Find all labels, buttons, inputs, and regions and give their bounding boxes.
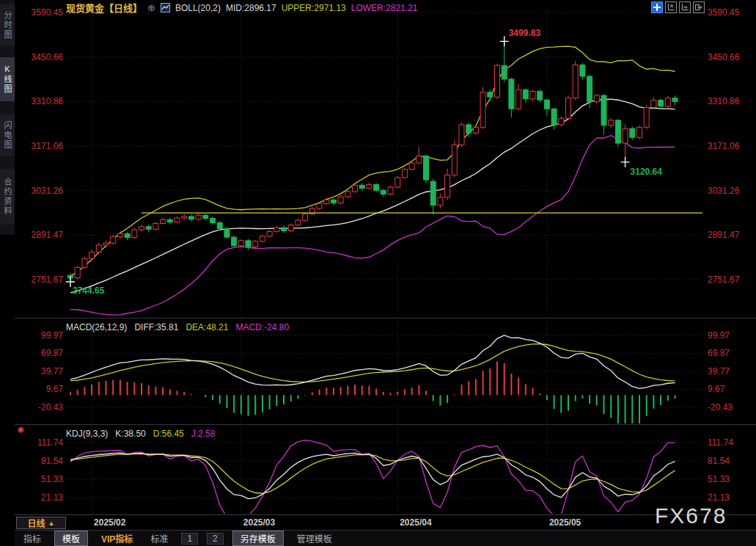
chart-style-icon[interactable] [161,3,170,12]
axis-tick-label: 51.33 [41,474,63,484]
tab-page-2[interactable]: 2 [207,533,224,545]
axis-tick-label: 111.74 [37,437,63,448]
month-label-mar: 2025/03 [243,517,275,528]
kdj-name[interactable]: KDJ(9,3,3) [66,429,108,439]
axis-tick-label: 81.54 [708,456,730,466]
bottom-toolbar: 指标 模板 VIP指标 标准 1 2 另存模板 管理模板 [15,530,756,546]
axis-tick-label: 9.67 [46,384,64,394]
alert-icon[interactable]: ✺ [17,426,24,434]
chart-tool-icons [651,1,705,13]
axis-tick-label: 3310.86 [708,96,740,106]
save-template-button[interactable]: 另存模板 [232,531,284,546]
axis-tick-label: 21.13 [708,492,730,503]
tab-vip-indicators[interactable]: VIP指标 [97,531,137,545]
boll-upper-value: UPPER:2971.13 [282,3,346,13]
sidebar-tab-timeshare[interactable]: 分时图 [0,4,15,46]
kdj-k-value: K:38.50 [115,429,145,439]
scale-x-axis-icon[interactable] [679,1,691,13]
axis-tick-label: 3171.06 [32,141,64,151]
axis-tick-label: 3031.26 [32,186,64,196]
sidebar-tab-contract-info[interactable]: 合约资料 [0,169,15,225]
period-label: 日线 [28,517,45,529]
tab-indicators[interactable]: 指标 [19,531,45,545]
macd-bar-value: MACD:-24.80 [235,322,289,332]
tab-page-1[interactable]: 1 [181,533,198,545]
expand-icon[interactable]: ⊕ [147,2,155,13]
start-low-annotation: 2744.65 [73,285,105,296]
axis-tick-label: 99.97 [708,330,730,341]
axis-tick-label: 81.54 [41,456,63,466]
boll-indicator-label: BOLL(20,2) [175,3,221,13]
crosshair-icon[interactable] [651,1,663,13]
axis-tick-label: 69.87 [41,348,63,358]
main-price-panel [68,41,678,315]
kdj-panel [70,440,675,521]
macd-name[interactable]: MACD(26,12,9) [66,322,127,332]
month-label-may: 2025/05 [549,517,581,528]
tab-standard[interactable]: 标准 [146,531,172,545]
kdj-header: KDJ(9,3,3) K:38.50 D:56.45 J:2.58 [66,429,215,439]
trough-price-annotation: 3120.64 [631,167,663,177]
boll-mid-value: MID:2896.17 [226,3,276,13]
axis-tick-label: 3450.66 [32,52,64,62]
axis-tick-label: 21.13 [41,492,63,503]
price-chart-canvas[interactable]: 3590.453590.453450.663450.663310.863310.… [0,0,756,546]
axis-tick-label: 2891.47 [32,230,64,240]
macd-panel [70,335,675,426]
axis-tick-label: 69.87 [708,348,730,358]
macd-header: MACD(26,12,9) DIFF:35.81 DEA:48.21 MACD:… [66,322,289,332]
axis-tick-label: -20.43 [38,402,63,412]
time-axis-row: 日线 ▲ 2025/02 2025/03 2025/04 2025/05 [15,514,756,530]
manage-template-button[interactable]: 管理模板 [293,531,337,545]
axis-tick-label: 111.74 [708,437,733,448]
axis-tick-label: 2891.47 [708,230,740,240]
pan-right-icon[interactable] [693,1,705,13]
month-label-apr: 2025/04 [400,517,431,528]
macd-diff-value: DIFF:35.81 [134,322,178,332]
axis-tick-label: 3590.45 [708,7,740,18]
scale-y-axis-icon[interactable] [665,1,677,13]
axis-tick-label: 3450.66 [708,52,740,62]
chart-type-sidebar: 分时图 K线图 闪电图 合约资料 [0,0,15,546]
period-selector[interactable]: 日线 ▲ [16,517,66,529]
axis-tick-label: -20.43 [708,402,733,412]
boll-lower-value: LOWER:2821.21 [351,3,418,13]
axis-tick-label: 3031.26 [708,186,740,196]
axis-tick-label: 51.33 [708,474,730,484]
peak-price-annotation: 3499.83 [509,28,541,38]
sidebar-tab-kline[interactable]: K线图 [0,57,15,101]
axis-tick-label: 2751.67 [708,274,740,285]
symbol-title[interactable]: 现货黄金【日线】 [66,1,142,15]
chart-header: 现货黄金【日线】 ⊕ BOLL(20,2) MID:2896.17 UPPER:… [66,1,417,14]
axis-tick-label: 3590.45 [32,7,64,18]
tab-templates[interactable]: 模板 [54,531,88,546]
candles-layer [68,41,678,282]
sidebar-tab-lightning[interactable]: 闪电图 [0,114,15,156]
kdj-j-value: J:2.58 [191,429,216,439]
axis-tick-label: 2751.67 [32,274,64,285]
axis-tick-label: 39.77 [708,366,730,376]
month-label-feb: 2025/02 [94,517,125,528]
fx678-watermark: FX678 [655,503,727,528]
macd-dea-value: DEA:48.21 [186,322,228,332]
axis-tick-label: 3171.06 [708,141,740,151]
axis-tick-label: 99.97 [41,330,63,341]
kdj-d-value: D:56.45 [153,429,184,439]
axis-tick-label: 39.77 [41,366,63,376]
axis-tick-label: 9.67 [708,384,725,394]
axis-tick-label: 3310.86 [32,96,64,106]
triangle-up-icon: ▲ [48,520,55,527]
